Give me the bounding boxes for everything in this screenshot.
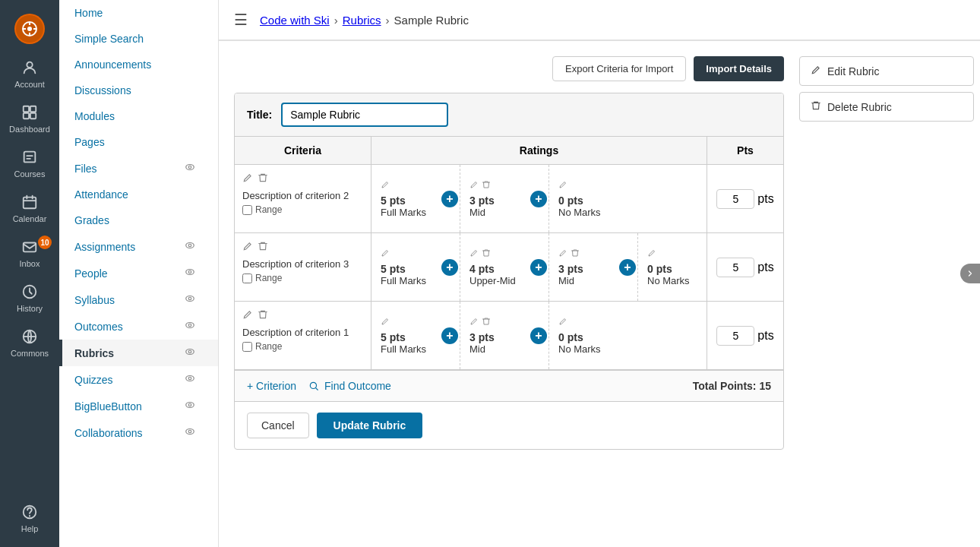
update-rubric-button[interactable]: Update Rubric [317,413,423,438]
edit-rating-icon[interactable] [558,248,567,260]
nav-item-quizzes[interactable]: Quizzes [59,366,218,393]
sidebar-item-courses[interactable]: Courses [0,141,59,186]
ratings-cell-1: 5 pts Full Marks + [371,233,707,301]
sidebar-item-commons[interactable]: Commons [0,321,59,365]
title-label: Title: [247,109,272,121]
cancel-button[interactable]: Cancel [247,413,309,438]
files-visibility-icon[interactable] [185,162,195,175]
sidebar-logo[interactable] [0,6,59,52]
edit-rating-icon[interactable] [469,317,479,328]
add-rating-btn[interactable]: + [530,259,547,276]
delete-criterion-2-icon[interactable] [258,309,268,322]
quizzes-visibility-icon[interactable] [185,373,195,386]
rating-item: 3 pts Mid + [460,165,549,232]
pts-header: Pts [707,137,783,164]
svg-rect-8 [30,106,36,112]
breadcrumb-course[interactable]: Code with Ski [260,14,330,27]
rating-label: Mid [469,207,485,218]
sidebar-item-history[interactable]: History [0,276,59,321]
delete-rating-icon[interactable] [482,248,491,260]
edit-rating-icon[interactable] [469,180,479,191]
pts-cell-0: pts [707,165,783,232]
ratings-header: Ratings [371,137,707,164]
scroll-indicator[interactable] [960,264,980,283]
pts-input-2[interactable] [716,326,754,346]
hamburger-menu[interactable]: ☰ [234,11,248,29]
rubric-section: Export Criteria for Import Import Detail… [234,56,784,532]
outcomes-visibility-icon[interactable] [185,320,195,333]
delete-rating-icon[interactable] [571,248,580,260]
edit-rating-icon[interactable] [381,317,390,328]
edit-criterion-2-icon[interactable] [242,309,253,322]
delete-criterion-0-icon[interactable] [258,172,268,185]
sidebar-item-account[interactable]: Account [0,52,59,96]
edit-rating-icon[interactable] [381,180,390,191]
import-details-button[interactable]: Import Details [694,56,784,81]
edit-rating-icon[interactable] [469,248,479,260]
nav-item-pages[interactable]: Pages [59,129,218,155]
rating-label: No Marks [558,207,601,218]
nav-item-modules[interactable]: Modules [59,103,218,129]
edit-rating-icon[interactable] [381,248,390,260]
nav-item-discussions[interactable]: Discussions [59,77,218,103]
sidebar-item-help[interactable]: Help [0,496,59,541]
delete-rating-icon[interactable] [482,317,491,328]
add-rating-btn[interactable]: + [619,259,636,276]
nav-item-home[interactable]: Home [59,0,218,26]
pts-input-1[interactable] [716,258,754,277]
delete-rubric-button[interactable]: Delete Rubric [799,92,974,122]
nav-item-simple-search[interactable]: Simple Search [59,26,218,52]
criteria-cell-0: Description of criterion 2 Range [235,165,371,232]
nav-item-people[interactable]: People [59,260,218,286]
criterion-0-range-checkbox[interactable] [242,205,252,215]
breadcrumb: Code with Ski › Rubrics › Sample Rubric [260,14,469,27]
criterion-2-range-checkbox[interactable] [242,342,252,352]
nav-item-assignments[interactable]: Assignments [59,233,218,260]
nav-item-attendance[interactable]: Attendance [59,182,218,207]
rating-item: 0 pts No Marks [638,233,707,301]
rating-label: Mid [469,343,485,355]
rubrics-visibility-icon[interactable] [185,346,195,359]
edit-criterion-0-icon[interactable] [242,172,253,185]
delete-rating-icon[interactable] [482,180,491,191]
add-criterion-link[interactable]: + Criterion [247,380,296,392]
nav-item-syllabus[interactable]: Syllabus [59,286,218,313]
nav-item-grades[interactable]: Grades [59,207,218,233]
people-visibility-icon[interactable] [185,267,195,280]
edit-rubric-button[interactable]: Edit Rubric [799,56,974,86]
edit-criterion-1-icon[interactable] [242,241,253,254]
add-rating-btn[interactable]: + [530,191,547,207]
add-rating-btn[interactable]: + [441,327,458,344]
edit-rating-icon[interactable] [647,248,656,260]
rating-item: 5 pts Full Marks + [371,233,460,301]
rubric-title-input[interactable] [281,103,448,127]
add-rating-btn[interactable]: + [441,259,458,276]
find-outcome-link[interactable]: Find Outcome [308,380,391,392]
sidebar-item-calendar[interactable]: Calendar [0,186,59,231]
pts-input-0[interactable] [716,189,754,209]
add-rating-btn[interactable]: + [441,191,458,207]
rating-pts: 3 pts [469,331,495,343]
delete-criterion-1-icon[interactable] [258,241,268,254]
add-rating-btn[interactable]: + [530,327,547,344]
rating-label: No Marks [647,275,690,286]
breadcrumb-section[interactable]: Rubrics [343,14,381,27]
sidebar-item-dashboard[interactable]: Dashboard [0,96,59,141]
edit-rating-icon[interactable] [558,180,567,191]
nav-item-outcomes[interactable]: Outcomes [59,313,218,340]
nav-item-collaborations[interactable]: Collaborations [59,419,218,446]
bbb-visibility-icon[interactable] [185,400,195,413]
assignments-visibility-icon[interactable] [185,240,195,253]
collab-visibility-icon[interactable] [185,426,195,439]
nav-item-files[interactable]: Files [59,155,218,182]
edit-rating-icon[interactable] [558,317,567,328]
syllabus-visibility-icon[interactable] [185,293,195,306]
sidebar-item-inbox[interactable]: Inbox 10 [0,231,59,276]
footer-row: + Criterion Find Outcome Total Points: 1… [235,370,783,401]
nav-item-rubrics[interactable]: Rubrics [59,340,218,366]
criterion-1-range-checkbox[interactable] [242,274,252,283]
nav-item-bigbluebutton[interactable]: BigBlueButton [59,393,218,419]
nav-item-announcements[interactable]: Announcements [59,52,218,77]
rating-pts: 0 pts [558,194,583,207]
export-criteria-button[interactable]: Export Criteria for Import [552,56,686,81]
